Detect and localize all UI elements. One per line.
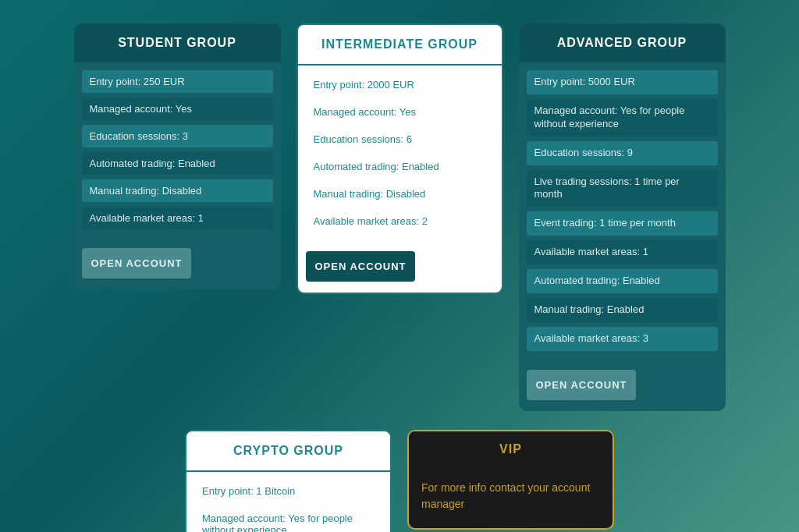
intermediate-feature-1: Entry point: 2000 EUR	[306, 73, 494, 96]
crypto-title: CRYPTO GROUP	[233, 444, 343, 457]
student-feature-1: Entry point: 250 EUR	[82, 70, 273, 93]
vip-header: VIP	[409, 431, 613, 467]
crypto-body: Entry point: 1 Bitcoin Managed account: …	[186, 472, 390, 532]
intermediate-feature-6: Available market areas: 2	[306, 210, 494, 232]
advanced-feature-5: Event trading: 1 time per month	[527, 211, 718, 236]
intermediate-body: Entry point: 2000 EUR Managed account: Y…	[298, 66, 502, 240]
vip-body: For more info contact your account manag…	[409, 467, 613, 528]
student-feature-2: Managed account: Yes	[82, 98, 273, 120]
crypto-feature-1: Entry point: 1 Bitcoin	[194, 480, 382, 502]
crypto-header: CRYPTO GROUP	[186, 431, 390, 472]
student-body: Entry point: 250 EUR Managed account: Ye…	[74, 62, 281, 237]
crypto-feature-2: Managed account: Yes for people without …	[194, 507, 382, 532]
student-open-button[interactable]: OPEN ACCOUNT	[82, 248, 192, 278]
advanced-feature-4: Live trading sessions: 1 time per month	[527, 170, 718, 207]
advanced-title: ADVANCED GROUP	[557, 36, 687, 49]
vip-title: VIP	[499, 442, 522, 456]
bottom-row: CRYPTO GROUP Entry point: 1 Bitcoin Mana…	[16, 430, 783, 532]
advanced-feature-9: Available market areas: 3	[527, 327, 718, 351]
vip-text: For more info contact your account manag…	[421, 481, 590, 510]
advanced-card: ADVANCED GROUP Entry point: 5000 EUR Man…	[519, 23, 726, 411]
advanced-feature-3: Education sessions: 9	[527, 141, 718, 165]
intermediate-header: INTERMEDIATE GROUP	[298, 25, 502, 66]
advanced-feature-1: Entry point: 5000 EUR	[527, 70, 718, 94]
student-feature-6: Available market areas: 1	[82, 207, 273, 229]
intermediate-feature-5: Manual trading: Disabled	[306, 183, 494, 205]
crypto-card: CRYPTO GROUP Entry point: 1 Bitcoin Mana…	[185, 430, 392, 532]
intermediate-title: INTERMEDIATE GROUP	[321, 37, 478, 51]
intermediate-feature-4: Automated trading: Enabled	[306, 155, 494, 178]
advanced-feature-8: Manual trading: Enabled	[527, 298, 718, 322]
intermediate-card: INTERMEDIATE GROUP Entry point: 2000 EUR…	[297, 23, 503, 294]
student-feature-4: Automated trading: Enabled	[82, 152, 273, 175]
top-row: STUDENT GROUP Entry point: 250 EUR Manag…	[16, 23, 783, 411]
advanced-header: ADVANCED GROUP	[519, 23, 726, 62]
intermediate-feature-3: Education sessions: 6	[306, 128, 494, 151]
advanced-feature-7: Automated trading: Enabled	[527, 269, 718, 293]
student-card: STUDENT GROUP Entry point: 250 EUR Manag…	[74, 23, 281, 289]
advanced-feature-2: Managed account: Yes for people without …	[527, 99, 718, 137]
intermediate-open-button[interactable]: OPEN ACCOUNT	[306, 251, 416, 282]
student-header: STUDENT GROUP	[74, 23, 281, 62]
advanced-feature-6: Available market areas: 1	[527, 240, 718, 264]
vip-card: VIP For more info contact your account m…	[407, 430, 614, 530]
advanced-body: Entry point: 5000 EUR Managed account: Y…	[519, 62, 726, 359]
student-feature-5: Manual trading: Disabled	[82, 179, 273, 202]
advanced-open-button[interactable]: OPEN ACCOUNT	[527, 370, 637, 400]
page-wrapper: STUDENT GROUP Entry point: 250 EUR Manag…	[16, 23, 783, 532]
intermediate-feature-2: Managed account: Yes	[306, 101, 494, 123]
student-title: STUDENT GROUP	[118, 36, 236, 49]
student-feature-3: Education sessions: 3	[82, 125, 273, 147]
